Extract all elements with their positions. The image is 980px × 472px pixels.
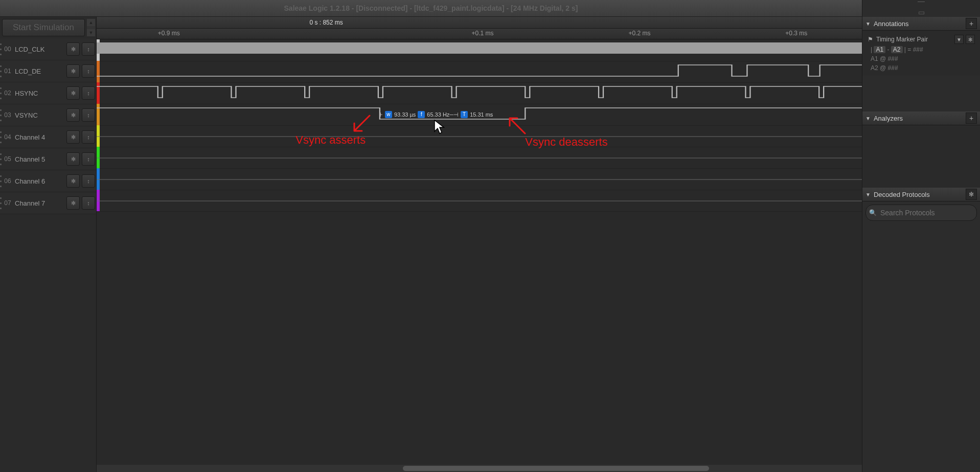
flag-icon: ⚑ [868, 36, 873, 43]
waveform-row[interactable] [97, 125, 862, 147]
time-tick: +0.2 ms [628, 30, 650, 37]
channel-index: 04 [2, 133, 13, 141]
time-tick: +0.9 ms [158, 30, 180, 37]
channel-label: HSYNC [13, 89, 65, 97]
waveform-row[interactable] [97, 61, 862, 83]
waveform-trace [97, 125, 862, 147]
analyzers-header[interactable]: ▼ Analyzers + [862, 111, 980, 125]
window-title: Saleae Logic 1.2.18 - [Disconnected] - [… [0, 4, 862, 12]
collapse-icon: ▼ [865, 116, 871, 121]
channel-row[interactable]: 03VSYNC✻↕ [0, 104, 96, 126]
waveform-trace [97, 190, 862, 211]
channel-trigger-button[interactable]: ↕ [82, 130, 95, 144]
waveform-row[interactable] [97, 190, 862, 212]
channel-trigger-button[interactable]: ↕ [82, 152, 95, 166]
channel-label: VSYNC [13, 111, 65, 119]
expand-icon[interactable]: ▼ [954, 35, 964, 44]
waveform-trace [97, 39, 862, 61]
channel-trigger-button[interactable]: ↕ [82, 86, 95, 100]
svg-rect-0 [97, 42, 862, 54]
channel-settings-button[interactable]: ✻ [66, 174, 80, 188]
channel-row[interactable]: 05Channel 5✻↕ [0, 148, 96, 170]
channel-index: 05 [2, 155, 13, 163]
channel-settings-button[interactable]: ✻ [66, 196, 80, 210]
marker-a2: A2 @ ### [865, 63, 977, 73]
waveform-row[interactable] [97, 168, 862, 190]
waveform-trace [97, 82, 862, 104]
side-panel: ▼ Annotations + ⚑ Timing Marker Pair ▼✻ … [862, 17, 980, 472]
channel-label: Channel 4 [13, 133, 65, 141]
channel-trigger-button[interactable]: ↕ [82, 196, 95, 210]
waveform-row[interactable] [97, 147, 862, 169]
time-cursor-label: 0 s : 852 ms [309, 19, 343, 26]
waveform-trace [97, 147, 862, 168]
annotations-header[interactable]: ▼ Annotations + [862, 17, 980, 31]
time-ruler-primary[interactable]: 0 s : 852 ms [97, 17, 862, 29]
channel-label: LCD_DE [13, 68, 65, 75]
channel-settings-button[interactable]: ✻ [66, 152, 80, 166]
channel-label: Channel 7 [13, 199, 65, 207]
annotation-vsync-asserts: Vsync asserts [295, 133, 366, 147]
collapse-icon: ▼ [865, 192, 871, 197]
channel-trigger-button[interactable]: ↕ [82, 42, 95, 56]
channel-label: Channel 6 [13, 177, 65, 185]
search-icon: 🔍 [866, 209, 879, 216]
gear-icon[interactable]: ✻ [966, 35, 975, 44]
channel-index: 01 [2, 68, 13, 75]
channel-index: 00 [2, 46, 13, 53]
waveform-trace [97, 61, 862, 82]
collapse-icon: ▼ [865, 21, 871, 27]
maximize-button[interactable]: ▭ [914, 7, 928, 18]
channel-settings-button[interactable]: ✻ [66, 108, 80, 122]
waveform-row[interactable] [97, 82, 862, 104]
channel-row[interactable]: 01LCD_DE✻↕ [0, 60, 96, 82]
annotation-vsync-deasserts: Vsync deasserts [525, 136, 607, 149]
marker-a1: A1 @ ### [865, 54, 977, 63]
channel-trigger-button[interactable]: ↕ [82, 174, 95, 188]
channel-label: LCD_CLK [13, 46, 65, 53]
vsync-measurement: ⊦w93.33 µsf65.33 Hz ─⊣T15.31 ms [380, 104, 493, 125]
channel-row[interactable]: 07Channel 7✻↕ [0, 192, 96, 214]
timing-marker-pair-row[interactable]: ⚑ Timing Marker Pair ▼✻ [865, 34, 977, 45]
waveform-row[interactable] [97, 39, 862, 61]
channel-row[interactable]: 04Channel 4✻↕ [0, 126, 96, 148]
channel-index: 07 [2, 199, 13, 207]
time-ruler-ticks[interactable]: +0.9 ms+0.1 ms+0.2 ms+0.3 ms [97, 29, 862, 39]
channel-trigger-button[interactable]: ↕ [82, 64, 95, 78]
channel-panel: Start Simulation ▲▼ 00LCD_CLK✻↕01LCD_DE✻… [0, 17, 97, 472]
protocol-search-input[interactable] [879, 208, 976, 217]
start-simulation-button[interactable]: Start Simulation [2, 19, 85, 36]
channel-row[interactable]: 02HSYNC✻↕ [0, 82, 96, 104]
annotation-arrow [502, 113, 528, 140]
marker-difference: | A1 - A2 | = ### [865, 45, 977, 54]
channel-trigger-button[interactable]: ↕ [82, 108, 95, 122]
channel-row[interactable]: 00LCD_CLK✻↕ [0, 38, 96, 60]
minimize-button[interactable]: — [914, 0, 928, 7]
protocol-search[interactable]: 🔍 [865, 205, 977, 221]
channel-settings-button[interactable]: ✻ [66, 130, 80, 144]
channel-scrollbar[interactable]: ▲▼ [87, 19, 95, 36]
channel-row[interactable]: 06Channel 6✻↕ [0, 170, 96, 192]
decoded-protocols-header[interactable]: ▼ Decoded Protocols ✻ [862, 188, 980, 201]
channel-label: Channel 5 [13, 155, 65, 163]
channel-index: 03 [2, 111, 13, 119]
channel-index: 06 [2, 177, 13, 185]
waveform-trace [97, 168, 862, 190]
time-tick: +0.1 ms [472, 30, 494, 37]
channel-index: 02 [2, 89, 13, 97]
channel-settings-button[interactable]: ✻ [66, 42, 80, 56]
horizontal-scrollbar[interactable] [97, 465, 862, 472]
add-analyzer-button[interactable]: + [966, 113, 977, 124]
waveform-area[interactable]: 0 s : 852 ms +0.9 ms+0.1 ms+0.2 ms+0.3 m… [97, 17, 862, 472]
channel-settings-button[interactable]: ✻ [66, 64, 80, 78]
decoded-settings-button[interactable]: ✻ [966, 189, 977, 200]
add-annotation-button[interactable]: + [966, 18, 977, 29]
time-tick: +0.3 ms [785, 30, 807, 37]
channel-settings-button[interactable]: ✻ [66, 86, 80, 100]
